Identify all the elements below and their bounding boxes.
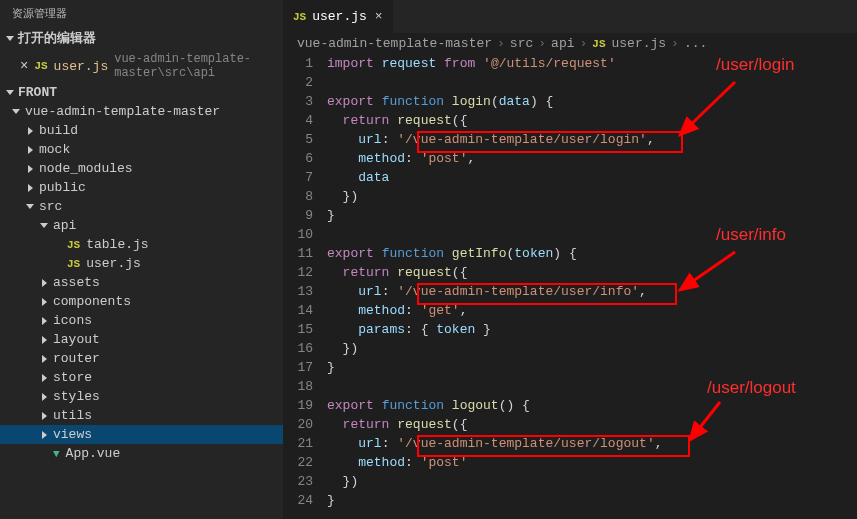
file-icon-spacer [52, 258, 64, 270]
tree-item-label: table.js [86, 237, 148, 252]
line-number: 1 [283, 54, 313, 73]
code-line[interactable] [327, 377, 857, 396]
tree-item-vue-admin-template-master[interactable]: vue-admin-template-master [0, 102, 283, 121]
line-number: 8 [283, 187, 313, 206]
tree-item-App-vue[interactable]: ▼App.vue [0, 444, 283, 463]
code-line[interactable]: import request from '@/utils/request' [327, 54, 857, 73]
chevron-down-icon [10, 106, 22, 118]
chevron-right-icon [38, 391, 50, 403]
tree-item-label: store [53, 370, 92, 385]
line-number: 22 [283, 453, 313, 472]
tree-item-components[interactable]: components [0, 292, 283, 311]
breadcrumb-sep: › [671, 36, 679, 51]
tree-item-label: user.js [86, 256, 141, 271]
line-number: 16 [283, 339, 313, 358]
line-number: 24 [283, 491, 313, 510]
line-gutter: 123456789101112131415161718192021222324 [283, 54, 327, 519]
breadcrumb-segment[interactable]: vue-admin-template-master [297, 36, 492, 51]
file-icon-spacer [38, 448, 50, 460]
workspace-header[interactable]: FRONT [0, 83, 283, 102]
code-line[interactable]: url: '/vue-admin-template/user/login', [327, 130, 857, 149]
tree-item-utils[interactable]: utils [0, 406, 283, 425]
code-line[interactable]: return request({ [327, 263, 857, 282]
code-line[interactable] [327, 225, 857, 244]
code-line[interactable]: method: 'post' [327, 453, 857, 472]
breadcrumb-segment[interactable]: api [551, 36, 574, 51]
file-icon-spacer [52, 239, 64, 251]
open-editor-path: vue-admin-template-master\src\api [114, 52, 263, 80]
line-number: 12 [283, 263, 313, 282]
breadcrumb-segment[interactable]: user.js [612, 36, 667, 51]
tree-item-layout[interactable]: layout [0, 330, 283, 349]
code-line[interactable]: } [327, 491, 857, 510]
code-editor[interactable]: 123456789101112131415161718192021222324 … [283, 54, 857, 519]
line-number: 7 [283, 168, 313, 187]
code-line[interactable]: }) [327, 339, 857, 358]
line-number: 11 [283, 244, 313, 263]
code-line[interactable]: export function login(data) { [327, 92, 857, 111]
code-line[interactable]: params: { token } [327, 320, 857, 339]
close-icon[interactable]: × [375, 9, 383, 24]
js-icon: JS [67, 239, 80, 251]
code-line[interactable] [327, 73, 857, 92]
line-number: 5 [283, 130, 313, 149]
tree-item-views[interactable]: views [0, 425, 283, 444]
tree-item-user-js[interactable]: JSuser.js [0, 254, 283, 273]
tree-item-label: node_modules [39, 161, 133, 176]
code-line[interactable]: }) [327, 187, 857, 206]
code-line[interactable]: return request({ [327, 415, 857, 434]
open-editor-item[interactable]: × JS user.js vue-admin-template-master\s… [0, 49, 283, 83]
line-number: 13 [283, 282, 313, 301]
breadcrumb-segment[interactable]: src [510, 36, 533, 51]
tree-item-public[interactable]: public [0, 178, 283, 197]
close-icon[interactable]: × [20, 58, 28, 74]
chevron-right-icon [38, 353, 50, 365]
tree-item-styles[interactable]: styles [0, 387, 283, 406]
tree-item-api[interactable]: api [0, 216, 283, 235]
tree-item-label: components [53, 294, 131, 309]
code-line[interactable]: }) [327, 472, 857, 491]
chevron-right-icon [38, 296, 50, 308]
open-editors-header[interactable]: 打开的编辑器 [0, 27, 283, 49]
js-icon: JS [592, 38, 605, 50]
tree-item-node_modules[interactable]: node_modules [0, 159, 283, 178]
line-number: 15 [283, 320, 313, 339]
tree-item-label: layout [53, 332, 100, 347]
code-line[interactable]: export function getInfo(token) { [327, 244, 857, 263]
code-line[interactable]: } [327, 358, 857, 377]
breadcrumb-segment[interactable]: ... [684, 36, 707, 51]
chevron-right-icon [24, 144, 36, 156]
tree-item-router[interactable]: router [0, 349, 283, 368]
line-number: 20 [283, 415, 313, 434]
breadcrumb[interactable]: vue-admin-template-master›src›api›JSuser… [283, 33, 857, 54]
tree-item-assets[interactable]: assets [0, 273, 283, 292]
tree-item-store[interactable]: store [0, 368, 283, 387]
chevron-right-icon [24, 182, 36, 194]
file-tree: vue-admin-template-masterbuildmocknode_m… [0, 102, 283, 519]
tree-item-label: src [39, 199, 62, 214]
tree-item-label: views [53, 427, 92, 442]
code-line[interactable]: } [327, 206, 857, 225]
code-line[interactable]: return request({ [327, 111, 857, 130]
tab-user-js[interactable]: JS user.js × [283, 0, 394, 33]
tree-item-icons[interactable]: icons [0, 311, 283, 330]
chevron-right-icon [38, 334, 50, 346]
code-line[interactable]: export function logout() { [327, 396, 857, 415]
code-line[interactable]: url: '/vue-admin-template/user/info', [327, 282, 857, 301]
tree-item-mock[interactable]: mock [0, 140, 283, 159]
code-line[interactable]: url: '/vue-admin-template/user/logout', [327, 434, 857, 453]
chevron-right-icon [24, 163, 36, 175]
code-line[interactable]: method: 'post', [327, 149, 857, 168]
tree-item-label: api [53, 218, 76, 233]
code-line[interactable]: data [327, 168, 857, 187]
code-line[interactable]: method: 'get', [327, 301, 857, 320]
chevron-down-icon [38, 220, 50, 232]
line-number: 17 [283, 358, 313, 377]
tree-item-src[interactable]: src [0, 197, 283, 216]
tree-item-build[interactable]: build [0, 121, 283, 140]
line-number: 14 [283, 301, 313, 320]
chevron-right-icon [24, 125, 36, 137]
tree-item-table-js[interactable]: JStable.js [0, 235, 283, 254]
code-lines[interactable]: import request from '@/utils/request' ex… [327, 54, 857, 519]
chevron-right-icon [38, 372, 50, 384]
